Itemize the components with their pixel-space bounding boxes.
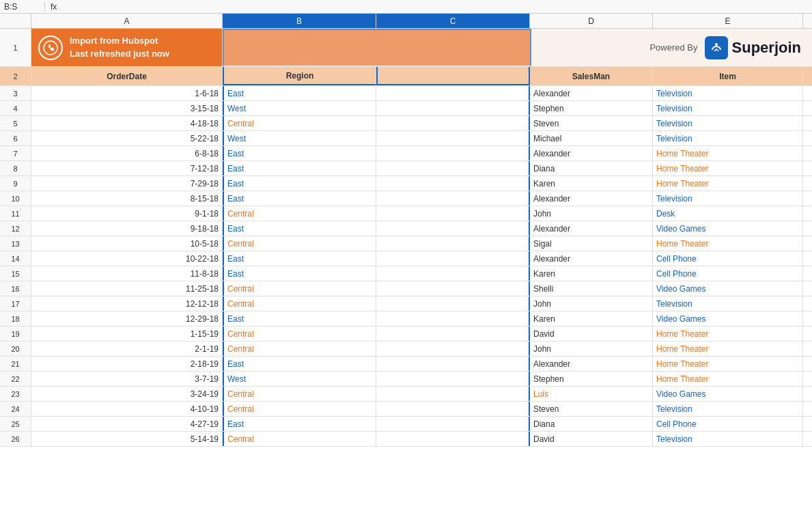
cell-region-17: Central — [223, 296, 376, 311]
row-num-22: 22 — [0, 372, 31, 386]
cell-region-4: West — [223, 101, 376, 115]
col-header-e[interactable]: E — [653, 14, 803, 28]
cell-c-22 — [376, 372, 530, 386]
row-num-12: 12 — [0, 221, 31, 236]
cell-item-3: Television — [653, 86, 803, 100]
cell-c-12 — [376, 221, 530, 236]
cell-item-13: Home Theater — [653, 236, 803, 251]
cell-item-21: Home Theater — [653, 357, 803, 371]
cell-salesman-14: Alexander — [530, 251, 653, 266]
cell-salesman-22: Stephen — [530, 372, 653, 386]
col-header-c[interactable]: C — [376, 14, 530, 28]
cell-c-9 — [376, 176, 530, 191]
table-row: 129-18-18EastAlexanderVideo Games — [0, 221, 812, 236]
data-rows: 31-6-18EastAlexanderTelevision43-15-18We… — [0, 86, 812, 447]
row-num-13: 13 — [0, 236, 31, 251]
cell-reference: B:S — [4, 2, 45, 12]
hubspot-banner: Import from Hubspot Last refreshed just … — [31, 29, 222, 66]
cell-date-7: 6-8-18 — [31, 146, 223, 161]
row-num-11: 11 — [0, 206, 31, 221]
row-num-21: 21 — [0, 357, 31, 371]
cell-2-b: Region — [223, 67, 376, 85]
table-row: 1310-5-18CentralSigalHome Theater — [0, 236, 812, 251]
cell-date-26: 5-14-19 — [31, 432, 223, 446]
cell-item-25: Cell Phone — [653, 417, 803, 431]
cell-salesman-20: John — [530, 341, 653, 356]
row-num-20: 20 — [0, 341, 31, 356]
cell-item-23: Video Games — [653, 387, 803, 401]
row-num-5: 5 — [0, 116, 31, 130]
col-header-a[interactable]: A — [31, 14, 223, 28]
table-row: 265-14-19CentralDavidTelevision — [0, 432, 812, 447]
cell-region-25: East — [223, 417, 376, 431]
cell-date-24: 4-10-19 — [31, 402, 223, 416]
col-header-d[interactable]: D — [530, 14, 653, 28]
cell-salesman-6: Michael — [530, 131, 653, 145]
table-row: 233-24-19CentralLuisVideo Games — [0, 387, 812, 402]
cell-item-20: Home Theater — [653, 341, 803, 356]
cell-item-9: Home Theater — [653, 176, 803, 191]
cell-item-5: Television — [653, 116, 803, 130]
table-row: 87-12-18EastDianaHome Theater — [0, 161, 812, 176]
cell-1-de: Powered By Superjoin — [531, 29, 812, 66]
svg-point-4 — [715, 43, 718, 46]
cell-region-13: Central — [223, 236, 376, 251]
cell-2-e: Item — [653, 67, 803, 85]
cell-region-18: East — [223, 311, 376, 326]
cell-region-7: East — [223, 146, 376, 161]
cell-region-14: East — [223, 251, 376, 266]
cell-region-9: East — [223, 176, 376, 191]
cell-date-10: 8-15-18 — [31, 191, 223, 206]
cell-salesman-3: Alexander — [530, 86, 653, 100]
cell-salesman-18: Karen — [530, 311, 653, 326]
cell-c-11 — [376, 206, 530, 221]
cell-region-23: Central — [223, 387, 376, 401]
table-row: 191-15-19CentralDavidHome Theater — [0, 326, 812, 341]
cell-region-5: Central — [223, 116, 376, 130]
formula-content: fx — [45, 2, 57, 12]
col-header-b[interactable]: B — [223, 14, 376, 28]
row-num-6: 6 — [0, 131, 31, 145]
cell-region-10: East — [223, 191, 376, 206]
column-headers: A B C D E — [0, 14, 812, 29]
row-num-23: 23 — [0, 387, 31, 401]
cell-date-6: 5-22-18 — [31, 131, 223, 145]
cell-item-7: Home Theater — [653, 146, 803, 161]
svg-rect-3 — [709, 40, 724, 55]
row-num-2: 2 — [0, 67, 31, 85]
table-row: 223-7-19WestStephenHome Theater — [0, 372, 812, 387]
cell-item-22: Home Theater — [653, 372, 803, 386]
cell-salesman-4: Stephen — [530, 101, 653, 115]
cell-region-24: Central — [223, 402, 376, 416]
table-row: 254-27-19EastDianaCell Phone — [0, 417, 812, 432]
cell-date-23: 3-24-19 — [31, 387, 223, 401]
cell-salesman-19: David — [530, 326, 653, 341]
cell-region-16: Central — [223, 281, 376, 296]
banner-line1: Import from Hubspot — [70, 35, 169, 47]
cell-c-15 — [376, 266, 530, 281]
cell-item-16: Video Games — [653, 281, 803, 296]
row-num-14: 14 — [0, 251, 31, 266]
cell-date-9: 7-29-18 — [31, 176, 223, 191]
cell-salesman-17: John — [530, 296, 653, 311]
cell-item-24: Television — [653, 402, 803, 416]
cell-date-4: 3-15-18 — [31, 101, 223, 115]
table-row: 1812-29-18EastKarenVideo Games — [0, 311, 812, 326]
cell-c-5 — [376, 116, 530, 130]
cell-item-26: Television — [653, 432, 803, 446]
cell-salesman-16: Shelli — [530, 281, 653, 296]
cell-date-21: 2-18-19 — [31, 357, 223, 371]
cell-c-26 — [376, 432, 530, 446]
cell-date-16: 11-25-18 — [31, 281, 223, 296]
table-row: 54-18-18CentralStevenTelevision — [0, 116, 812, 131]
cell-2-c — [376, 67, 530, 85]
cell-item-11: Desk — [653, 206, 803, 221]
cell-salesman-11: John — [530, 206, 653, 221]
formula-bar: B:S fx — [0, 0, 812, 14]
banner-text: Import from Hubspot Last refreshed just … — [70, 35, 169, 59]
cell-c-13 — [376, 236, 530, 251]
cell-salesman-24: Steven — [530, 402, 653, 416]
cell-salesman-5: Steven — [530, 116, 653, 130]
cell-item-14: Cell Phone — [653, 251, 803, 266]
cell-date-12: 9-18-18 — [31, 221, 223, 236]
